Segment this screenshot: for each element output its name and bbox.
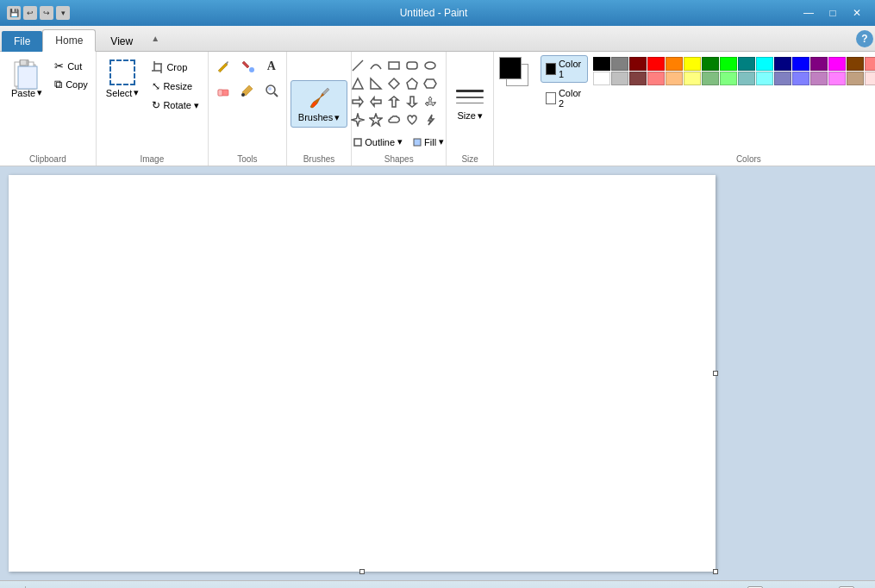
maximize-button[interactable]: □: [822, 4, 844, 22]
palette-cell[interactable]: [847, 72, 864, 85]
color2-button[interactable]: Color 2: [541, 84, 588, 112]
paste-button[interactable]: Paste ▾: [3, 55, 50, 103]
size-line-mid: [456, 97, 484, 98]
redo-icon[interactable]: ↪: [40, 6, 53, 20]
palette-cell[interactable]: [611, 72, 628, 85]
palette-cell[interactable]: [702, 72, 719, 85]
color-palette: [591, 55, 875, 87]
shape-rect[interactable]: [385, 57, 403, 74]
palette-cell[interactable]: [647, 72, 665, 85]
outline-icon: [353, 138, 362, 147]
palette-cell[interactable]: [720, 72, 737, 85]
svg-rect-17: [389, 62, 399, 69]
palette-cell[interactable]: [810, 72, 828, 85]
clipboard-content: Paste ▾ ✂ Cut ⧉ Copy: [3, 55, 92, 152]
shape-curve[interactable]: [367, 57, 384, 74]
shape-star5[interactable]: [367, 111, 384, 128]
copy-button[interactable]: ⧉ Copy: [50, 75, 92, 94]
shape-pentagon[interactable]: [403, 75, 421, 92]
dropdown-icon[interactable]: ▾: [56, 6, 70, 20]
palette-cell[interactable]: [593, 57, 610, 71]
select-arrow: ▾: [134, 87, 139, 98]
magnify-button[interactable]: [260, 79, 283, 102]
palette-cell[interactable]: [666, 72, 683, 85]
shape-rarrow[interactable]: [349, 93, 366, 110]
palette-cell[interactable]: [792, 72, 809, 85]
quick-save-icon[interactable]: 💾: [7, 6, 21, 20]
shape-uarrow[interactable]: [385, 93, 403, 110]
palette-cell[interactable]: [684, 57, 701, 71]
palette-cell[interactable]: [611, 57, 628, 71]
close-button[interactable]: ✕: [846, 4, 868, 22]
handle-right-mid[interactable]: [713, 371, 718, 376]
shape-heart[interactable]: [403, 111, 421, 128]
fill-button[interactable]: [236, 55, 259, 78]
shape-line[interactable]: [349, 57, 366, 74]
colors-label: Colors: [497, 152, 875, 166]
palette-cell[interactable]: [720, 57, 737, 71]
palette-cell[interactable]: [738, 57, 755, 71]
shapes-group: Outline ▾ Fill ▾ Shapes: [352, 52, 447, 166]
shape-larrow[interactable]: [367, 93, 384, 110]
palette-cell[interactable]: [629, 57, 647, 71]
shape-triangle[interactable]: [349, 75, 366, 92]
drawing-canvas[interactable]: [9, 175, 716, 572]
shape-rtriangle[interactable]: [367, 75, 384, 92]
ribbon-collapse-icon[interactable]: ▲: [147, 34, 163, 43]
help-button[interactable]: ?: [856, 30, 873, 47]
select-button[interactable]: Select ▾: [100, 55, 146, 103]
handle-bottom-right[interactable]: [713, 569, 718, 574]
text-button[interactable]: A: [260, 55, 283, 78]
shape-darrow[interactable]: [403, 93, 421, 110]
colorpick-button[interactable]: [236, 79, 259, 102]
canvas-wrapper: [9, 175, 716, 572]
shape-diamond[interactable]: [385, 75, 403, 92]
pencil-button[interactable]: [212, 55, 234, 78]
tab-view[interactable]: View: [97, 30, 146, 52]
palette-cell[interactable]: [684, 72, 701, 85]
resize-icon: ⤡: [152, 80, 160, 92]
palette-cell[interactable]: [774, 72, 791, 85]
palette-cell[interactable]: [792, 57, 809, 71]
palette-cell[interactable]: [774, 57, 791, 71]
handle-bottom-mid[interactable]: [359, 569, 365, 574]
crop-button[interactable]: Crop: [147, 59, 203, 76]
palette-cell[interactable]: [593, 72, 610, 85]
brushes-content: Brushes ▾: [291, 55, 347, 152]
fill-shape-button[interactable]: Fill ▾: [409, 134, 448, 150]
minimize-button[interactable]: —: [797, 4, 820, 22]
palette-cell[interactable]: [865, 72, 875, 85]
outline-button[interactable]: Outline ▾: [349, 134, 407, 150]
brushes-button[interactable]: Brushes ▾: [291, 80, 347, 128]
rotate-button[interactable]: ↻ Rotate ▾: [147, 97, 203, 114]
palette-cell[interactable]: [702, 57, 719, 71]
shape-roundrect[interactable]: [403, 57, 421, 74]
tab-file[interactable]: File: [2, 31, 42, 52]
shape-lightning[interactable]: [422, 111, 439, 128]
resize-button[interactable]: ⤡ Resize: [147, 78, 203, 95]
shape-4arrow[interactable]: [422, 93, 439, 110]
tab-home[interactable]: Home: [42, 29, 96, 52]
palette-cell[interactable]: [865, 57, 875, 71]
palette-cell[interactable]: [647, 57, 665, 71]
palette-cell[interactable]: [828, 72, 846, 85]
palette-cell[interactable]: [810, 57, 828, 71]
cut-button[interactable]: ✂ Cut: [50, 57, 92, 75]
shape-hexagon[interactable]: [422, 75, 439, 92]
size-button[interactable]: Size ▾: [450, 82, 490, 126]
undo-icon[interactable]: ↩: [23, 6, 37, 20]
palette-cell[interactable]: [828, 57, 846, 71]
palette-cell[interactable]: [738, 72, 755, 85]
eraser-button[interactable]: [212, 79, 234, 102]
color1-preview[interactable]: [499, 57, 522, 79]
palette-cell[interactable]: [756, 57, 773, 71]
palette-cell[interactable]: [666, 57, 683, 71]
color1-button[interactable]: Color 1: [541, 55, 588, 83]
clipboard-group: Paste ▾ ✂ Cut ⧉ Copy Clipboard: [0, 52, 97, 166]
shape-star4[interactable]: [349, 111, 366, 128]
palette-cell[interactable]: [847, 57, 864, 71]
shape-cloud[interactable]: [385, 111, 403, 128]
palette-cell[interactable]: [629, 72, 647, 85]
shape-ellipse[interactable]: [422, 57, 439, 74]
palette-cell[interactable]: [756, 72, 773, 85]
